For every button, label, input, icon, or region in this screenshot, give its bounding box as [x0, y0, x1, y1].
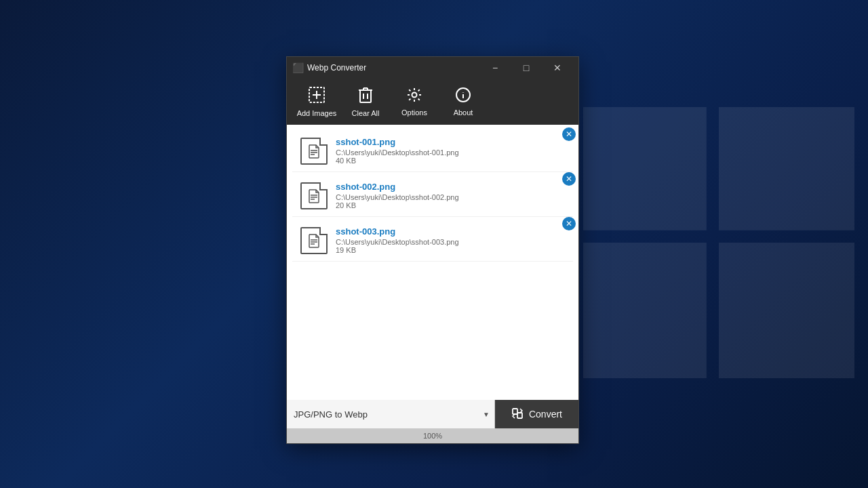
- app-window: ⬛ Webp Converter − □ ✕ Add Images: [286, 56, 579, 444]
- svg-point-14: [412, 92, 417, 97]
- add-images-button[interactable]: Add Images: [292, 81, 341, 122]
- file-icon: [300, 182, 328, 209]
- svg-rect-27: [513, 409, 517, 414]
- remove-file-button[interactable]: ✕: [562, 127, 576, 141]
- convert-icon: [511, 407, 524, 422]
- about-button[interactable]: About: [439, 81, 488, 122]
- bottom-bar: JPG/PNG to Webp Webp to JPG/PNG ▼ Conver…: [287, 400, 578, 428]
- progress-text: 100%: [423, 432, 442, 440]
- file-info: sshot-001.png C:\Users\yuki\Desktop\ssho…: [336, 137, 565, 165]
- svg-rect-2: [583, 243, 707, 378]
- file-path: C:\Users\yuki\Desktop\sshot-003.png: [336, 238, 565, 246]
- file-icon: [300, 227, 328, 254]
- close-button[interactable]: ✕: [542, 57, 573, 79]
- list-item: sshot-003.png C:\Users\yuki\Desktop\ssho…: [292, 220, 573, 262]
- trash-icon: [358, 86, 373, 106]
- file-icon: [300, 138, 328, 165]
- app-icon: ⬛: [292, 62, 303, 73]
- clear-all-button[interactable]: Clear All: [341, 81, 390, 122]
- gear-icon: [406, 87, 422, 106]
- about-label: About: [454, 108, 473, 117]
- convert-button[interactable]: Convert: [495, 400, 578, 428]
- file-path: C:\Users\yuki\Desktop\sshot-002.png: [336, 193, 565, 201]
- file-name: sshot-003.png: [336, 226, 565, 237]
- maximize-button[interactable]: □: [511, 57, 542, 79]
- list-item: sshot-001.png C:\Users\yuki\Desktop\ssho…: [292, 130, 573, 172]
- svg-rect-7: [360, 90, 371, 102]
- file-path: C:\Users\yuki\Desktop\sshot-001.png: [336, 148, 565, 157]
- title-bar: ⬛ Webp Converter − □ ✕: [287, 57, 578, 79]
- svg-rect-28: [517, 413, 522, 418]
- file-size: 40 KB: [336, 157, 565, 165]
- window-controls: − □ ✕: [479, 57, 573, 79]
- file-name: sshot-002.png: [336, 182, 565, 192]
- svg-rect-1: [719, 107, 854, 230]
- svg-rect-0: [583, 107, 707, 230]
- file-info: sshot-003.png C:\Users\yuki\Desktop\ssho…: [336, 226, 565, 254]
- list-item: sshot-002.png C:\Users\yuki\Desktop\ssho…: [292, 175, 573, 217]
- clear-all-label: Clear All: [352, 109, 380, 117]
- add-images-icon: [308, 86, 326, 106]
- file-list: sshot-001.png C:\Users\yuki\Desktop\ssho…: [287, 125, 578, 400]
- options-button[interactable]: Options: [390, 81, 439, 122]
- toolbar: Add Images Clear All: [287, 79, 578, 125]
- about-icon: [455, 87, 471, 106]
- remove-file-button[interactable]: ✕: [562, 217, 576, 230]
- file-size: 19 KB: [336, 246, 565, 254]
- remove-file-button[interactable]: ✕: [562, 172, 576, 186]
- window-title: Webp Converter: [307, 63, 479, 73]
- file-info: sshot-002.png C:\Users\yuki\Desktop\ssho…: [336, 182, 565, 209]
- file-size: 20 KB: [336, 201, 565, 209]
- svg-rect-3: [719, 243, 854, 378]
- progress-bar-container: 100%: [287, 428, 578, 443]
- file-name: sshot-001.png: [336, 137, 565, 147]
- format-select-wrapper: JPG/PNG to Webp Webp to JPG/PNG ▼: [287, 400, 495, 428]
- minimize-button[interactable]: −: [479, 57, 511, 79]
- add-images-label: Add Images: [297, 109, 337, 117]
- convert-label: Convert: [529, 409, 562, 420]
- format-select[interactable]: JPG/PNG to Webp Webp to JPG/PNG: [287, 400, 495, 428]
- options-label: Options: [401, 108, 427, 117]
